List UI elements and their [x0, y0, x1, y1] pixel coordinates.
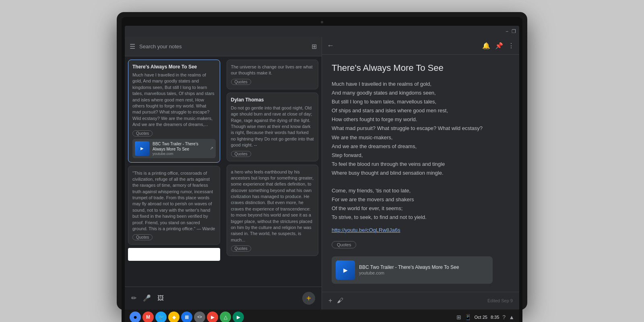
detail-link-title: BBC Two Trailer - There's Always More To…	[359, 264, 459, 271]
wifi-icon[interactable]: ▲	[509, 314, 514, 320]
search-input[interactable]: Search your notes	[139, 43, 308, 50]
app-container: ☰ Search your notes ⊞ There's Always Mor…	[125, 37, 519, 310]
notes-list: There's Always More To See Much have I t…	[125, 56, 322, 287]
link-info: BBC Two Trailer - There's Always More To…	[153, 141, 206, 156]
taskbar-code[interactable]: <>	[194, 312, 205, 322]
taskbar-keep[interactable]: ◆	[168, 312, 180, 322]
detail-tag[interactable]: Quotes	[332, 241, 356, 248]
note-tag[interactable]: Quotes	[231, 246, 251, 252]
taskbar: ● M 🐦 ◆ ▦ <> ▶ △ ▶ ⊞ 📱 Oct 25 8:35 ? ▲	[125, 310, 519, 322]
minimize-button[interactable]: −	[506, 29, 508, 34]
taskbar-calendar[interactable]: ▦	[181, 312, 192, 322]
note-link-preview[interactable]: ▶ BBC Two Trailer - There's Always More …	[132, 139, 216, 158]
menu-icon[interactable]: ☰	[130, 43, 135, 50]
maximize-button[interactable]: ❐	[512, 29, 516, 34]
reminder-icon[interactable]: 🔔	[482, 42, 490, 50]
notes-column-left: There's Always More To See Much have I t…	[125, 56, 223, 287]
notes-column-right: The universe is change our lives are wha…	[223, 56, 322, 287]
note-body: a hero who feels earthbound by his ances…	[231, 169, 314, 244]
add-icon[interactable]: +	[328, 297, 332, 304]
detail-link-info: BBC Two Trailer - There's Always More To…	[359, 264, 459, 276]
new-note-input[interactable]	[128, 248, 220, 261]
taskbar-twitter[interactable]: 🐦	[155, 312, 167, 322]
note-card[interactable]: a hero who feels earthbound by his ances…	[227, 165, 319, 256]
note-body: The universe is change our lives are wha…	[231, 64, 314, 76]
detail-link-preview[interactable]: ▶ BBC Two Trailer - There's Always More …	[332, 256, 493, 284]
note-card[interactable]: The universe is change our lives are wha…	[227, 60, 319, 89]
note-body: Do not go gentle into that good night, O…	[231, 105, 314, 149]
link-title: BBC Two Trailer - There's Always More To…	[153, 141, 206, 152]
detail-link-thumbnail: ▶	[336, 260, 355, 280]
note-card[interactable]: "This is a printing office, crossroads o…	[128, 166, 220, 245]
note-body: Much have I travelled in the realms of g…	[132, 72, 216, 128]
title-bar: − ❐	[125, 26, 519, 37]
link-thumbnail: ▶	[135, 141, 149, 156]
notes-panel: ☰ Search your notes ⊞ There's Always Mor…	[125, 37, 322, 310]
edited-label: Edited Sep 9	[487, 298, 513, 303]
add-note-button[interactable]: +	[302, 292, 315, 305]
detail-link-domain: youtube.com	[359, 270, 459, 275]
detail-title: There's Always More To See	[332, 63, 510, 73]
detail-toolbar: ← 🔔 📌 ⋮	[322, 37, 519, 55]
detail-bottom: + 🖌 Edited Sep 9	[322, 292, 519, 310]
camera	[321, 21, 323, 23]
taskbar-play[interactable]: ▶	[233, 312, 244, 322]
screen: − ❐ ☰ Search your notes ⊞	[125, 26, 519, 322]
mic-icon[interactable]: 🎤	[143, 294, 151, 302]
note-card[interactable]: There's Always More To See Much have I t…	[128, 60, 220, 163]
external-link-icon[interactable]: ↗	[210, 146, 213, 151]
note-title: Dylan Thomas	[231, 97, 314, 103]
brush-icon[interactable]: 🖌	[337, 297, 343, 304]
plus-icon: +	[306, 294, 311, 302]
note-tag[interactable]: Quotes	[132, 234, 153, 240]
laptop: − ❐ ☰ Search your notes ⊞	[117, 12, 527, 310]
taskbar-gmail[interactable]: M	[142, 312, 154, 322]
taskbar-date: Oct 25	[475, 315, 487, 320]
note-tag[interactable]: Quotes	[132, 130, 153, 136]
bottom-toolbar: ✏ 🎤 🖼 +	[128, 290, 318, 306]
taskbar-right: ⊞ 📱 Oct 25 8:35 ? ▲	[456, 314, 514, 320]
search-bar: ☰ Search your notes ⊞	[125, 37, 322, 56]
link-domain: youtube.com	[153, 152, 206, 156]
taskbar-time: 8:35	[491, 315, 499, 320]
detail-link[interactable]: http://youtu.be/cOqLRw8Ja6s	[332, 227, 510, 233]
more-icon[interactable]: ⋮	[508, 42, 514, 50]
note-body: "This is a printing office, crossroads o…	[132, 170, 216, 232]
pencil-icon[interactable]: ✏	[131, 294, 136, 302]
grid-icon[interactable]: ⊞	[312, 43, 317, 50]
note-title: There's Always More To See	[132, 64, 216, 70]
note-card[interactable]: Dylan Thomas Do not go gentle into that …	[227, 93, 319, 161]
screen-icon[interactable]: ⊞	[456, 314, 461, 320]
detail-content: There's Always More To See Much have I t…	[322, 55, 519, 292]
taskbar-youtube[interactable]: ▶	[207, 312, 218, 322]
phone-icon[interactable]: 📱	[464, 314, 471, 320]
back-button[interactable]: ←	[327, 41, 334, 50]
detail-body: Much have I travelled in the realms of g…	[332, 80, 510, 222]
help-icon[interactable]: ?	[502, 314, 506, 320]
pin-icon[interactable]: 📌	[495, 42, 503, 50]
note-tag[interactable]: Quotes	[231, 151, 251, 157]
image-icon[interactable]: 🖼	[157, 295, 164, 302]
taskbar-chrome[interactable]: ●	[130, 312, 141, 322]
screen-bezel: − ❐ ☰ Search your notes ⊞	[122, 17, 522, 322]
note-tag[interactable]: Quotes	[231, 79, 251, 85]
notes-bottom: ✏ 🎤 🖼 +	[125, 287, 322, 310]
taskbar-drive[interactable]: △	[220, 312, 231, 322]
note-detail: ← 🔔 📌 ⋮ There's Always More To See Much …	[322, 37, 519, 310]
